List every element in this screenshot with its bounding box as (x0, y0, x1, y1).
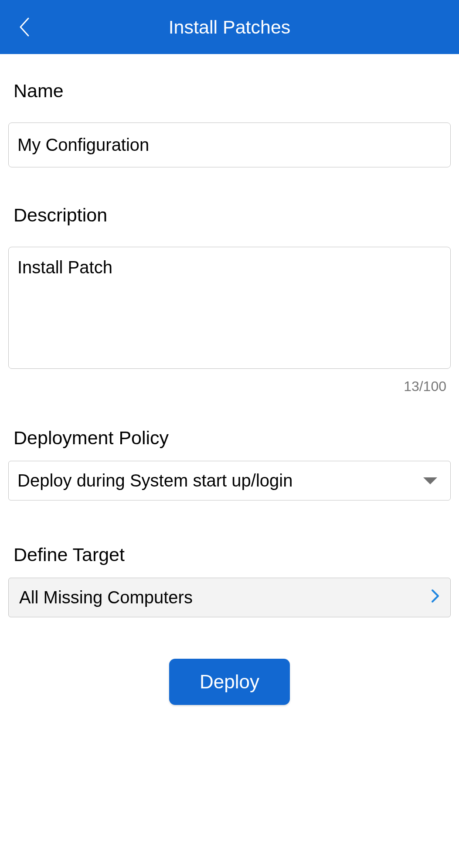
description-label: Description (8, 204, 451, 226)
chevron-left-icon (17, 16, 31, 38)
description-char-counter: 13/100 (8, 378, 451, 395)
define-target-section: Define Target All Missing Computers (8, 544, 451, 617)
chevron-right-icon (431, 588, 440, 607)
back-button[interactable] (15, 14, 33, 40)
description-section: Description 13/100 (8, 204, 451, 395)
deployment-policy-select[interactable]: Deploy during System start up/login (8, 461, 451, 500)
deployment-policy-selected-value: Deploy during System start up/login (17, 471, 292, 490)
form-content: Name Description 13/100 Deployment Polic… (0, 54, 459, 705)
deployment-policy-section: Deployment Policy Deploy during System s… (8, 427, 451, 500)
define-target-label: Define Target (8, 544, 451, 565)
caret-down-icon (423, 477, 437, 484)
name-label: Name (8, 80, 451, 102)
define-target-value: All Missing Computers (19, 588, 193, 607)
deployment-policy-label: Deployment Policy (8, 427, 451, 449)
name-input[interactable] (8, 123, 451, 167)
page-title: Install Patches (13, 17, 446, 38)
description-input[interactable] (8, 247, 451, 369)
deploy-button[interactable]: Deploy (169, 659, 290, 705)
name-section: Name (8, 80, 451, 167)
header: Install Patches (0, 0, 459, 54)
define-target-row[interactable]: All Missing Computers (8, 578, 451, 617)
